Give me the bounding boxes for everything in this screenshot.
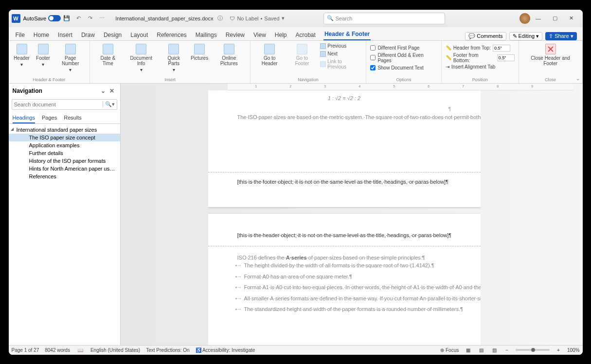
editing-mode-button[interactable]: ✎ Editing ▾ bbox=[509, 32, 543, 40]
tab-home[interactable]: Home bbox=[33, 30, 50, 40]
close-header-footer-button[interactable]: Close Header and Footer bbox=[523, 43, 578, 67]
spellcheck-icon[interactable]: 📖 bbox=[76, 347, 85, 353]
minimize-button[interactable]: — bbox=[530, 12, 547, 25]
goto-footer-button[interactable]: Go to Footer bbox=[287, 43, 316, 67]
nav-tab-pages[interactable]: Pages bbox=[42, 113, 57, 123]
link-icon bbox=[320, 61, 326, 67]
search-input[interactable]: 🔍 Search bbox=[323, 13, 445, 24]
insert-alignment-tab-button[interactable]: ⇥Insert Alignment Tab bbox=[446, 64, 515, 69]
tab-acrobat[interactable]: Acrobat bbox=[295, 30, 317, 40]
sensitivity-status[interactable]: 🛡 No Label • Saved ▾ bbox=[230, 15, 284, 21]
goto-header-button[interactable]: Go to Header bbox=[254, 43, 285, 67]
header-content[interactable]: [this·is·the·header·object;·it·is·not·on… bbox=[237, 231, 451, 240]
nav-item[interactable]: Further details bbox=[9, 149, 120, 157]
tab-file[interactable]: File bbox=[15, 30, 26, 40]
nav-item[interactable]: Hints for North American paper users bbox=[9, 165, 120, 173]
save-icon[interactable]: 💾 bbox=[62, 14, 72, 23]
online-pictures-button[interactable]: Online Pictures bbox=[212, 43, 246, 67]
share-button[interactable]: ⇧ Share ▾ bbox=[545, 32, 576, 40]
page-count[interactable]: Page 1 of 27 bbox=[12, 347, 39, 353]
accessibility-status[interactable]: ♿ Accessibility: Investigate bbox=[196, 347, 255, 353]
shield-icon: 🛡 bbox=[230, 16, 235, 21]
next-button[interactable]: Next bbox=[319, 51, 362, 57]
horizontal-ruler[interactable]: 1 2 3 4 5 6 7 8 9 bbox=[228, 84, 573, 90]
nav-item[interactable]: References bbox=[9, 173, 120, 180]
accessibility-check-icon[interactable]: ⓘ bbox=[215, 14, 225, 23]
page[interactable]: 1 : √2 = √2 : 2 ¶ The·ISO·paper·sizes·ar… bbox=[208, 90, 481, 207]
tab-layout[interactable]: Layout bbox=[129, 30, 149, 40]
more-icon[interactable]: ⋯ bbox=[97, 14, 107, 23]
footer-content[interactable]: [this·is·the·footer·object;·it·is·not·on… bbox=[237, 178, 451, 186]
nav-tree: International standard paper sizes The I… bbox=[9, 124, 120, 345]
tab-draw[interactable]: Draw bbox=[80, 30, 96, 40]
read-mode-icon[interactable]: ▦ bbox=[465, 347, 472, 353]
list-item: The·height·divided·by·the·width·of·all·f… bbox=[244, 261, 451, 270]
tab-review[interactable]: Review bbox=[225, 30, 246, 40]
pictures-button[interactable]: Pictures bbox=[190, 43, 209, 62]
zoom-slider[interactable] bbox=[516, 349, 550, 351]
word-count[interactable]: 8042 words bbox=[45, 347, 70, 353]
list-item: Format·A1·is·A0·cut·into·two·equal·piece… bbox=[244, 283, 451, 292]
body: Navigation ⌄ ✕ 🔍▾ Headings Pages Results… bbox=[9, 84, 583, 345]
tab-header-footer[interactable]: Header & Footer bbox=[323, 29, 371, 40]
header-from-top-field[interactable]: 📏Header from Top: bbox=[446, 45, 515, 52]
footer-button[interactable]: Footer▾ bbox=[34, 43, 53, 68]
goto-header-icon bbox=[264, 44, 275, 54]
comments-button[interactable]: 💬 Comments bbox=[465, 32, 506, 40]
web-layout-icon[interactable]: ▧ bbox=[491, 347, 498, 353]
group-label: Header & Footer bbox=[13, 77, 86, 82]
tab-mailings[interactable]: Mailings bbox=[195, 30, 218, 40]
nav-header: Navigation ⌄ ✕ bbox=[9, 84, 120, 98]
different-odd-even-checkbox[interactable]: Different Odd & Even Pages bbox=[370, 52, 437, 64]
focus-mode-button[interactable]: ⊕ Focus bbox=[440, 347, 459, 353]
close-icon[interactable]: ✕ bbox=[107, 87, 116, 95]
undo-icon[interactable]: ↶ bbox=[73, 14, 83, 23]
show-document-text-checkbox[interactable]: Show Document Text bbox=[370, 65, 437, 71]
close-button[interactable]: ✕ bbox=[563, 12, 580, 25]
page-number-icon bbox=[65, 44, 76, 54]
previous-button[interactable]: Previous bbox=[319, 43, 362, 50]
user-avatar[interactable] bbox=[519, 13, 530, 24]
toggle-on-icon[interactable] bbox=[48, 15, 61, 21]
page-number-button[interactable]: Page Number▾ bbox=[55, 43, 86, 73]
chevron-down-icon[interactable]: ⌄ bbox=[99, 87, 107, 95]
nav-tab-results[interactable]: Results bbox=[64, 113, 82, 123]
titlebar: W AutoSave 💾 ↶ ↷ ⋯ International_standar… bbox=[9, 10, 583, 27]
collapse-ribbon-icon[interactable]: ⌄ bbox=[576, 76, 580, 81]
nav-item[interactable]: International standard paper sizes bbox=[9, 126, 120, 134]
zoom-out-icon[interactable]: − bbox=[504, 347, 510, 353]
online-pictures-icon bbox=[224, 44, 234, 54]
redo-icon[interactable]: ↷ bbox=[85, 14, 95, 23]
different-first-page-checkbox[interactable]: Different First Page bbox=[370, 45, 437, 51]
print-layout-icon[interactable]: ▤ bbox=[478, 347, 485, 353]
footer-from-bottom-field[interactable]: 📏Footer from Bottom: bbox=[446, 52, 515, 63]
next-icon bbox=[320, 51, 326, 57]
tab-view[interactable]: View bbox=[252, 30, 267, 40]
zoom-level[interactable]: 100% bbox=[567, 347, 580, 353]
nav-tab-headings[interactable]: Headings bbox=[13, 113, 35, 123]
tab-help[interactable]: Help bbox=[274, 30, 288, 40]
header-button[interactable]: Header▾ bbox=[13, 43, 31, 68]
quick-parts-button[interactable]: Quick Parts▾ bbox=[161, 43, 187, 73]
tab-design[interactable]: Design bbox=[103, 30, 123, 40]
search-icon[interactable]: 🔍▾ bbox=[103, 101, 117, 107]
nav-search-input[interactable]: 🔍▾ bbox=[12, 99, 117, 110]
tab-references[interactable]: References bbox=[156, 30, 187, 40]
group-label: Close bbox=[523, 77, 578, 82]
nav-item[interactable]: The ISO paper size concept bbox=[9, 134, 120, 141]
nav-item[interactable]: Application examples bbox=[9, 141, 120, 149]
date-time-button[interactable]: Date & Time bbox=[94, 43, 122, 67]
document-info-button[interactable]: Document Info▾ bbox=[125, 43, 158, 73]
nav-item[interactable]: History of the ISO paper formats bbox=[9, 157, 120, 165]
link-previous-button[interactable]: Link to Previous bbox=[319, 58, 362, 70]
autosave-toggle[interactable]: AutoSave bbox=[23, 15, 61, 21]
language[interactable]: English (United States) bbox=[90, 347, 140, 353]
chevron-down-icon: ▾ bbox=[282, 15, 285, 21]
maximize-button[interactable]: ▢ bbox=[547, 12, 563, 25]
zoom-in-icon[interactable]: + bbox=[555, 347, 561, 353]
page[interactable]: [this·is·the·header·object;·it·is·not·on… bbox=[208, 214, 481, 345]
tab-icon: ⇥ bbox=[446, 64, 449, 69]
tab-insert[interactable]: Insert bbox=[57, 30, 73, 40]
previous-icon bbox=[320, 43, 326, 49]
text-predictions[interactable]: Text Predictions: On bbox=[146, 347, 189, 353]
